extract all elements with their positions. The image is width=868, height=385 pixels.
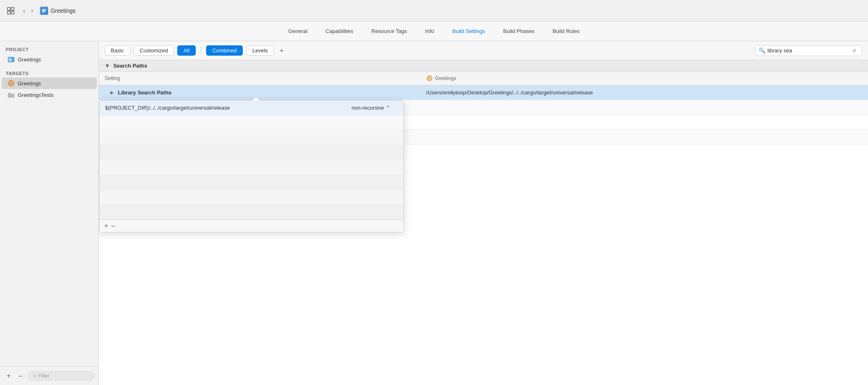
tab-info[interactable]: Info [416,25,443,38]
popover-arrow [252,96,260,101]
grid-icon[interactable] [5,5,16,16]
svg-point-14 [11,83,12,84]
remove-target-button[interactable]: – [16,371,25,380]
levels-button[interactable]: Levels [246,45,274,56]
filter-separator [201,46,201,55]
greetings-col-label: Greetings [435,75,456,81]
svg-rect-5 [42,9,46,10]
combined-button[interactable]: Combined [206,45,243,56]
popover-path-value: $(PROJECT_DIR)/../../cargo/target/univer… [99,101,346,114]
popover: $(PROJECT_DIR)/../../cargo/target/univer… [99,100,404,232]
popover-remove-button[interactable]: – [111,222,115,230]
project-title: Greetings [51,7,76,14]
popover-empty-row-6 [99,190,404,204]
library-search-paths-label: Library Search Paths [118,89,171,96]
popover-empty-row-1 [99,115,404,130]
setting-col-label: Setting [105,75,120,81]
tab-resource-tags[interactable]: Resource Tags [362,25,416,38]
add-filter-button[interactable]: + [277,46,286,55]
all-button[interactable]: All [177,45,195,56]
project-section-header: PROJECT [0,45,99,54]
sidebar-item-greetings-tests[interactable]: GreetingsTests [2,89,97,101]
greetings-col-icon [426,75,433,82]
search-icon: 🔍 [759,47,765,54]
clear-search-button[interactable]: ✕ [852,47,857,54]
popover-recursive[interactable]: non-recursive ⌃ [346,101,404,114]
basic-button[interactable]: Basic [105,45,130,56]
recursive-chevron-icon: ⌃ [386,105,390,111]
section-collapse-arrow[interactable]: ▼ [105,63,110,69]
section-title: Search Paths [113,63,147,69]
popover-empty-row-7 [99,204,404,219]
sidebar: PROJECT Greetings TARGETS [0,41,99,385]
setting-col-header: Setting [99,73,420,83]
forward-button[interactable]: › [28,6,35,15]
project-item-label: Greetings [18,56,41,63]
svg-rect-1 [11,7,14,10]
titlebar: ‹ › Greetings [0,0,868,21]
sidebar-item-project-greetings[interactable]: Greetings [2,54,97,65]
svg-rect-9 [9,58,11,59]
main-area: PROJECT Greetings TARGETS [0,41,868,385]
popover-add-button[interactable]: + [104,222,108,230]
sidebar-content: PROJECT Greetings TARGETS [0,41,99,366]
search-paths-section-header: ▼ Search Paths [99,60,868,72]
sidebar-footer: + – ⊙ Filter [0,366,99,385]
sidebar-item-greetings-target[interactable]: Greetings [2,77,97,89]
popover-list: $(PROJECT_DIR)/../../cargo/target/univer… [99,101,404,219]
greetings-col-header: Greetings [420,73,868,83]
target-greetings-label: Greetings [18,80,41,87]
titlebar-title: Greetings [40,7,76,15]
svg-rect-11 [9,61,12,61]
svg-rect-0 [7,7,10,10]
settings-table: ▼ Search Paths Setting Greetings [99,60,868,385]
popover-empty-row-2 [99,130,404,145]
project-icon [7,56,15,63]
popover-footer: + – [99,219,404,232]
filter-at-icon: ⊙ [33,373,36,378]
svg-rect-7 [42,12,45,12]
nav-buttons: ‹ › [21,6,36,15]
tab-build-phases[interactable]: Build Phases [494,25,544,38]
filter-bar: Basic Customized All Combined Levels + 🔍… [99,41,868,60]
library-search-paths-row[interactable]: ▶ Library Search Paths /Users/emilytoop/… [99,85,868,100]
customized-button[interactable]: Customized [134,45,174,56]
tab-build-rules[interactable]: Build Rules [544,25,589,38]
back-button[interactable]: ‹ [21,6,28,15]
content-area: Basic Customized All Combined Levels + 🔍… [99,41,868,385]
svg-rect-10 [9,59,12,60]
filter-input-container: ⊙ Filter [28,371,94,380]
tab-build-settings[interactable]: Build Settings [443,25,494,38]
row-expand-arrow[interactable]: ▶ [110,90,114,95]
svg-point-17 [429,78,430,79]
tab-general[interactable]: General [279,25,317,38]
svg-rect-6 [42,10,46,11]
library-search-paths-value: /Users/emilytoop/Desktop/Greetings/../..… [420,87,868,98]
recursive-label: non-recursive [352,105,384,111]
filter-placeholder: Filter [38,373,49,379]
popover-empty-row-5 [99,175,404,190]
popover-empty-row-3 [99,145,404,160]
folder-icon [7,91,15,99]
search-box: 🔍 ✕ [755,45,862,56]
column-headers: Setting Greetings [99,72,868,85]
add-target-button[interactable]: + [4,371,13,380]
svg-rect-2 [7,11,10,14]
target-icon [7,80,15,87]
file-icon [40,7,48,15]
svg-rect-3 [11,11,14,14]
tabbar: General Capabilities Resource Tags Info … [0,21,868,41]
popover-item-0[interactable]: $(PROJECT_DIR)/../../cargo/target/univer… [99,101,404,115]
popover-empty-row-4 [99,160,404,175]
targets-section-header: TARGETS [0,69,99,77]
tab-capabilities[interactable]: Capabilities [317,25,362,38]
search-input[interactable] [767,47,850,54]
target-tests-label: GreetingsTests [18,92,54,98]
